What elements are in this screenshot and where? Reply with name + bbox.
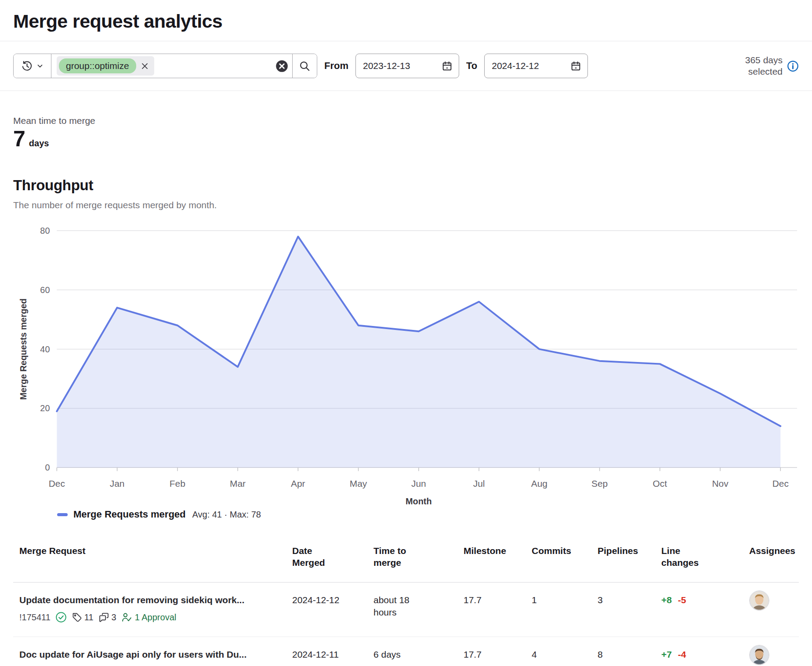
y-tick-label: 0 (45, 463, 50, 472)
deletions: -4 (678, 649, 686, 659)
x-tick-label: Dec (772, 478, 789, 489)
y-tick-label: 60 (40, 285, 50, 295)
history-icon (21, 60, 33, 72)
y-tick-label: 20 (40, 403, 50, 413)
mr-title-link[interactable]: Update documentation for removing sideki… (19, 594, 289, 606)
calendar-icon (570, 61, 581, 72)
assignees-cell (749, 583, 799, 627)
additions: +7 (661, 649, 672, 659)
column-header-assignees: Assignees (749, 538, 799, 570)
x-tick-label: Feb (170, 478, 185, 489)
throughput-heading: Throughput (13, 177, 799, 194)
table-row: Update documentation for removing sideki… (13, 583, 799, 637)
filter-token[interactable]: group::optimize (57, 56, 154, 75)
time-to-merge-cell: about 18 hours (373, 583, 430, 632)
legend-marker (57, 513, 68, 516)
clear-search-button[interactable] (271, 54, 292, 78)
x-tick-label: Oct (653, 478, 667, 489)
column-header-line-changes: Line changes (661, 538, 749, 582)
table-row: Doc update for AiUsage api only for user… (13, 637, 799, 666)
milestone-cell: 17.7 (464, 583, 532, 619)
metric-label: Mean time to merge (13, 116, 799, 126)
x-tick-label: Aug (531, 478, 547, 489)
pipelines-cell: 3 (598, 583, 661, 619)
from-date-input[interactable]: 2023-12-13 (355, 54, 459, 78)
chevron-down-icon (36, 62, 44, 70)
x-tick-label: Jul (473, 478, 485, 489)
search-history-button[interactable] (14, 54, 51, 78)
column-header-time-to-merge: Time to merge (373, 538, 464, 582)
filter-token-label: group::optimize (59, 58, 136, 73)
date-merged-cell: 2024-12-11 (292, 637, 373, 666)
assignee-avatar[interactable] (749, 590, 769, 611)
merge-requests-table: Merge Request Date Merged Time to merge … (13, 538, 799, 666)
search-input[interactable]: group::optimize (51, 54, 271, 78)
line-changes-cell: +7 -4 (661, 637, 749, 666)
x-tick-label: Apr (291, 478, 305, 489)
column-header-milestone: Milestone (464, 538, 532, 570)
merged-status-icon (55, 612, 67, 623)
tag-icon (72, 612, 82, 623)
filtered-search-box: group::optimize (13, 54, 317, 78)
legend-label: Merge Requests merged (73, 509, 186, 520)
commits-cell: 4 (532, 637, 598, 666)
column-header-merge-request: Merge Request (13, 538, 292, 570)
y-tick-label: 80 (40, 226, 50, 235)
to-date-value: 2024-12-12 (492, 61, 539, 71)
search-icon (299, 60, 311, 72)
to-label: To (466, 60, 477, 72)
comments-icon (98, 612, 109, 623)
mean-time-to-merge-metric: Mean time to merge 7 days (13, 116, 799, 150)
x-tick-label: Mar (230, 478, 246, 489)
merge-request-cell: Doc update for AiUsage api only for user… (13, 637, 292, 666)
x-tick-label: May (350, 478, 367, 489)
x-tick-label: Jan (110, 478, 125, 489)
from-label: From (324, 60, 348, 72)
date-merged-cell: 2024-12-12 (292, 583, 373, 619)
labels-count-value: 11 (84, 612, 94, 623)
merge-request-cell: Update documentation for removing sideki… (13, 583, 292, 637)
range-summary-text: 365 days selected (737, 54, 783, 78)
assignee-avatar[interactable] (749, 645, 769, 665)
commits-cell: 1 (532, 583, 598, 619)
info-icon[interactable] (787, 60, 799, 72)
column-header-pipelines: Pipelines (598, 538, 661, 570)
remove-token-button[interactable] (141, 62, 149, 70)
x-tick-label: Dec (49, 478, 65, 489)
approvals-text: 1 Approval (135, 612, 177, 623)
column-header-commits: Commits (532, 538, 598, 570)
page-title: Merge request analytics (0, 0, 812, 41)
comments-count-value: 3 (112, 612, 116, 623)
table-header-row: Merge Request Date Merged Time to merge … (13, 538, 799, 583)
additions: +8 (661, 595, 672, 605)
to-date-input[interactable]: 2024-12-12 (484, 54, 588, 78)
line-changes-cell: +8 -5 (661, 583, 749, 619)
legend-stats: Avg: 41 · Max: 78 (192, 510, 261, 520)
comments-count: 3 (98, 612, 116, 623)
chart-legend: Merge Requests merged Avg: 41 · Max: 78 (57, 509, 799, 520)
search-button[interactable] (292, 54, 317, 78)
calendar-icon (442, 61, 453, 72)
mr-title-link[interactable]: Doc update for AiUsage api only for user… (19, 648, 289, 661)
pipelines-cell: 8 (598, 637, 661, 666)
area-fill (57, 236, 780, 467)
deletions: -5 (678, 595, 686, 605)
assignees-cell (749, 637, 799, 666)
x-axis-title: Month (406, 496, 432, 506)
approvals: 1 Approval (121, 612, 177, 623)
filter-divider (0, 90, 812, 91)
y-tick-label: 40 (40, 344, 50, 354)
throughput-description: The number of merge requests merged by m… (13, 200, 799, 210)
approval-icon (121, 612, 132, 623)
from-date-value: 2023-12-13 (363, 61, 410, 71)
close-icon (141, 62, 149, 70)
throughput-chart: 020406080DecJanFebMarAprMayJunJulAugSepO… (13, 213, 799, 508)
x-tick-label: Jun (411, 478, 426, 489)
y-axis-title: Merge Requests merged (18, 298, 28, 400)
column-header-date-merged: Date Merged (292, 538, 373, 582)
labels-count: 11 (72, 612, 94, 623)
mr-id: !175411 (19, 612, 51, 623)
x-tick-label: Nov (712, 478, 729, 489)
time-to-merge-cell: 6 days (373, 637, 430, 666)
x-tick-label: Sep (591, 478, 608, 489)
